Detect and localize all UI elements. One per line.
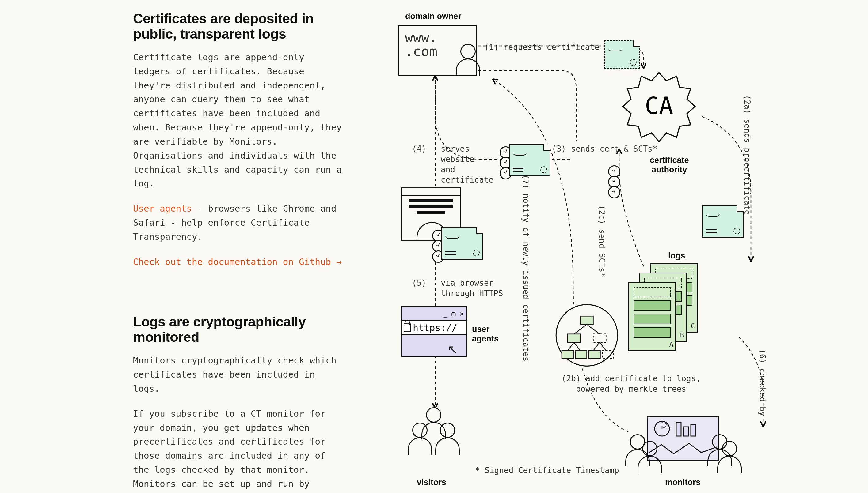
svg-rect-5 [568, 334, 581, 342]
sct-clocks-3 [500, 146, 510, 178]
precertificate-icon [604, 40, 640, 69]
domain-owner-box: www. .com [399, 25, 477, 76]
svg-rect-11 [562, 350, 573, 358]
owner-person-icon [456, 44, 480, 76]
svg-rect-17 [684, 427, 688, 436]
served-cert-icon [441, 227, 483, 260]
cert-to-logs-icon [702, 205, 744, 238]
section-2-body-1: Monitors cryptographically check which c… [133, 354, 344, 395]
https-text: https:// [413, 322, 457, 333]
svg-rect-2 [581, 316, 593, 324]
log-b-tag: B [680, 331, 684, 339]
section-1-heading: Certificates are deposited in public, tr… [133, 11, 344, 41]
footnote: * Signed Certificate Timestamp [475, 466, 619, 476]
step-2b-label: (2b) add certificate to logs, powered by… [562, 373, 701, 394]
text-column: Certificates are deposited in public, tr… [133, 11, 344, 493]
step-7-label: (7) notify of newly issued certificates [521, 174, 531, 361]
step-6-label: (6) checked by [757, 349, 767, 416]
step-4-num: (4) [412, 144, 426, 154]
svg-rect-18 [691, 424, 696, 436]
sct-clocks-4 [432, 230, 443, 261]
ca-label: certificate authority [650, 155, 689, 174]
user-agents-label: user agents [472, 325, 499, 344]
section-1-body: Certificate logs are append-only ledgers… [133, 50, 344, 191]
section-2-heading: Logs are cryptographically monitored [133, 314, 344, 344]
cert-with-sct-icon [509, 144, 550, 176]
user-agents-link[interactable]: User agents [133, 203, 192, 214]
ct-flow-diagram: domain owner www. .com (1) requests cert… [386, 9, 772, 490]
step-1-label: (1) requests certificate [484, 42, 600, 53]
ca-starburst-icon: CA [622, 70, 696, 144]
log-c-tag: C [691, 322, 695, 330]
svg-rect-13 [589, 350, 601, 358]
logs-title: logs [668, 251, 685, 261]
step-3-label: (3) sends cert & SCTs* [552, 144, 657, 154]
visitors-label: visitors [417, 478, 446, 487]
monitors-icon [625, 416, 742, 469]
merkle-tree-icon [555, 303, 625, 367]
section-1-ua-para: User agents - browsers like Chrome and S… [133, 202, 344, 244]
step-2a-label: (2a) sends precertificate [742, 95, 752, 215]
docs-github-link[interactable]: Check out the documentation on Github → [133, 257, 342, 267]
domain-owner-label: domain owner [405, 12, 461, 21]
svg-rect-16 [676, 423, 681, 436]
step-4-text: serves website and certificate [441, 144, 493, 185]
step-2c-label: (2c) send SCTs* [597, 205, 607, 277]
domain-owner-www: www. .com [405, 30, 437, 59]
step-5-num: (5) [412, 278, 426, 288]
cursor-icon: ↖ [447, 342, 458, 357]
ca-text: CA [645, 92, 673, 120]
svg-rect-12 [575, 350, 587, 358]
section-2-body-2: If you subscribe to a CT monitor for you… [133, 407, 344, 493]
sct-clocks-2c [608, 165, 619, 197]
lock-icon [404, 323, 411, 332]
step-5-text: via browser through HTTPS [441, 278, 503, 299]
monitors-label: monitors [665, 478, 701, 487]
log-a-tag: A [669, 341, 673, 348]
logs-stack-icon: C B A [628, 263, 702, 349]
